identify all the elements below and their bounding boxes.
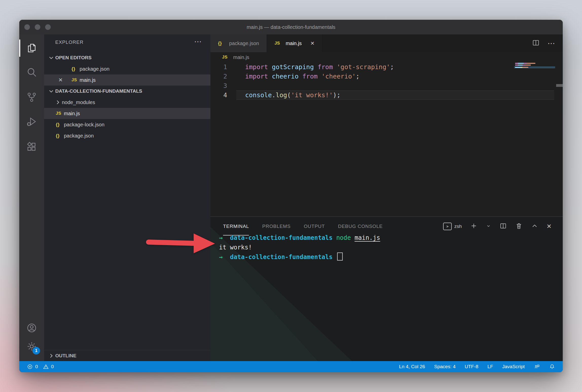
terminal-line-1: → data-collection-fundamentals node main… bbox=[219, 233, 380, 243]
code-editor[interactable]: 1import gotScraping from 'got-scraping';… bbox=[210, 62, 563, 100]
feedback-icon[interactable] bbox=[534, 364, 540, 370]
chevron-down-icon bbox=[48, 88, 54, 94]
source-control-icon[interactable] bbox=[19, 88, 44, 106]
errors-count: 0 bbox=[35, 364, 38, 369]
breadcrumb[interactable]: JS main.js bbox=[210, 52, 563, 62]
json-file-icon: {} bbox=[71, 66, 80, 72]
shell-indicator[interactable]: > zsh bbox=[443, 223, 462, 230]
settings-badge: 1 bbox=[32, 347, 40, 355]
status-bar-right: Ln 4, Col 26Spaces: 4UTF-8LFJavaScript bbox=[399, 364, 555, 370]
new-terminal-icon[interactable] bbox=[470, 222, 478, 231]
tab-strip: {}package.jsonJSmain.js✕ bbox=[210, 34, 563, 52]
editor-actions: ⋯ bbox=[532, 34, 556, 52]
extensions-icon[interactable] bbox=[19, 138, 44, 156]
js-file-icon: JS bbox=[56, 111, 64, 116]
editor-more-actions-icon[interactable]: ⋯ bbox=[548, 40, 556, 47]
vscode-window: main.js — data-collection-fundamentals bbox=[19, 20, 563, 372]
split-terminal-icon[interactable] bbox=[499, 222, 507, 231]
status-item-spaces-4[interactable]: Spaces: 4 bbox=[434, 364, 456, 369]
outline-section[interactable]: OUTLINE bbox=[44, 350, 210, 361]
close-icon[interactable]: ✕ bbox=[310, 40, 315, 46]
zoom-window-button[interactable] bbox=[45, 24, 51, 30]
editor-scrollbar-thumb[interactable] bbox=[556, 84, 563, 87]
panel-actions: > zsh bbox=[443, 217, 552, 236]
file-label: package-lock.json bbox=[64, 122, 104, 128]
code-text: import gotScraping from 'got-scraping'; bbox=[245, 62, 394, 72]
status-item-utf-8[interactable]: UTF-8 bbox=[465, 364, 478, 369]
problems-status[interactable]: 0 0 bbox=[27, 364, 54, 370]
json-file-icon: {} bbox=[218, 41, 226, 46]
json-file-icon: {} bbox=[56, 133, 64, 139]
minimap-line bbox=[515, 67, 528, 68]
code-line-4[interactable]: 4console.log('it works!'); bbox=[210, 90, 563, 100]
outline-label: OUTLINE bbox=[55, 353, 76, 359]
titlebar[interactable]: main.js — data-collection-fundamentals bbox=[19, 20, 563, 34]
sidebar-item-main.js[interactable]: ✕JSmain.js bbox=[44, 74, 210, 86]
search-icon[interactable] bbox=[19, 63, 44, 81]
tab-package.json[interactable]: {}package.json bbox=[210, 34, 267, 52]
kill-terminal-trash-icon[interactable] bbox=[515, 222, 523, 231]
traffic-lights bbox=[24, 24, 51, 30]
maximize-panel-icon[interactable] bbox=[531, 222, 538, 231]
errors-icon bbox=[27, 364, 33, 370]
close-icon[interactable]: ✕ bbox=[58, 77, 63, 83]
close-window-button[interactable] bbox=[24, 24, 30, 30]
sidebar-title: EXPLORER bbox=[55, 40, 83, 45]
minimap[interactable] bbox=[514, 62, 555, 105]
window-title: main.js — data-collection-fundamentals bbox=[247, 24, 335, 30]
editor-group: {}package.jsonJSmain.js✕ ⋯ JS main.js 1i… bbox=[210, 34, 563, 361]
section-header-data-collection-fundamentals[interactable]: DATA-COLLECTION-FUNDAMENTALS bbox=[44, 86, 210, 97]
notifications-bell-icon[interactable] bbox=[549, 364, 555, 370]
js-file-icon: JS bbox=[222, 55, 230, 60]
status-item-lf[interactable]: LF bbox=[487, 364, 493, 369]
folder-label: node_modules bbox=[62, 100, 95, 105]
json-file-icon: {} bbox=[56, 122, 64, 127]
code-line-3[interactable]: 3 bbox=[210, 81, 563, 90]
minimap-current-line bbox=[514, 66, 555, 68]
split-editor-icon[interactable] bbox=[532, 39, 540, 48]
settings-gear-icon[interactable]: 1 bbox=[19, 337, 44, 356]
workbench: 1 EXPLORER ⋯ OPEN EDITORS{}package.json✕… bbox=[19, 34, 563, 361]
js-file-icon: JS bbox=[275, 41, 283, 46]
sidebar-item-package.json[interactable]: {}package.json bbox=[44, 130, 210, 141]
terminal-panel: TERMINALPROBLEMSOUTPUTDEBUG CONSOLE > zs… bbox=[210, 217, 563, 361]
code-line-1[interactable]: 1import gotScraping from 'got-scraping'; bbox=[210, 62, 563, 72]
line-number: 4 bbox=[210, 90, 227, 100]
minimize-window-button[interactable] bbox=[35, 24, 40, 30]
file-label: main.js bbox=[80, 77, 96, 83]
chevron-down-icon bbox=[48, 55, 54, 61]
section-header-open editors[interactable]: OPEN EDITORS bbox=[44, 52, 210, 63]
code-text: console.log('it works!'); bbox=[245, 90, 340, 100]
section-label: OPEN EDITORS bbox=[55, 55, 92, 61]
terminal-cursor bbox=[337, 252, 343, 261]
status-item-ln-4-col-26[interactable]: Ln 4, Col 26 bbox=[399, 364, 425, 369]
minimap-line bbox=[515, 63, 535, 64]
sidebar-item-node_modules[interactable]: node_modules bbox=[44, 97, 210, 108]
close-panel-icon[interactable]: ✕ bbox=[547, 223, 552, 230]
activity-bar: 1 bbox=[19, 34, 44, 361]
explorer-rows: OPEN EDITORS{}package.json✕JSmain.jsDATA… bbox=[44, 52, 210, 141]
sidebar-more-actions-icon[interactable]: ⋯ bbox=[194, 37, 202, 46]
annotation-arrow bbox=[137, 227, 221, 260]
code-text: import cheerio from 'cheerio'; bbox=[245, 72, 360, 81]
sidebar-item-main.js[interactable]: JSmain.js bbox=[44, 108, 210, 119]
tab-main.js[interactable]: JSmain.js✕ bbox=[267, 34, 322, 52]
explorer-icon[interactable] bbox=[19, 39, 44, 57]
sidebar-item-package.json[interactable]: {}package.json bbox=[44, 63, 210, 74]
line-number: 1 bbox=[210, 62, 227, 72]
tab-label: package.json bbox=[229, 41, 259, 46]
code-line-2[interactable]: 2import cheerio from 'cheerio'; bbox=[210, 72, 563, 81]
terminal-icon: > bbox=[443, 223, 452, 230]
run-debug-icon[interactable] bbox=[19, 112, 44, 131]
sidebar-item-package-lock.json[interactable]: {}package-lock.json bbox=[44, 119, 210, 130]
status-item-javascript[interactable]: JavaScript bbox=[502, 364, 525, 369]
js-file-icon: JS bbox=[71, 77, 80, 83]
line-number: 3 bbox=[210, 81, 227, 90]
terminal-dropdown-icon[interactable] bbox=[486, 223, 491, 230]
terminal-line-2: it works! bbox=[219, 243, 380, 252]
account-icon[interactable] bbox=[19, 319, 44, 337]
chevron-right-icon bbox=[48, 353, 54, 359]
warnings-count: 0 bbox=[51, 364, 54, 369]
tab-label: main.js bbox=[286, 41, 302, 46]
terminal-output[interactable]: → data-collection-fundamentals node main… bbox=[219, 233, 380, 262]
